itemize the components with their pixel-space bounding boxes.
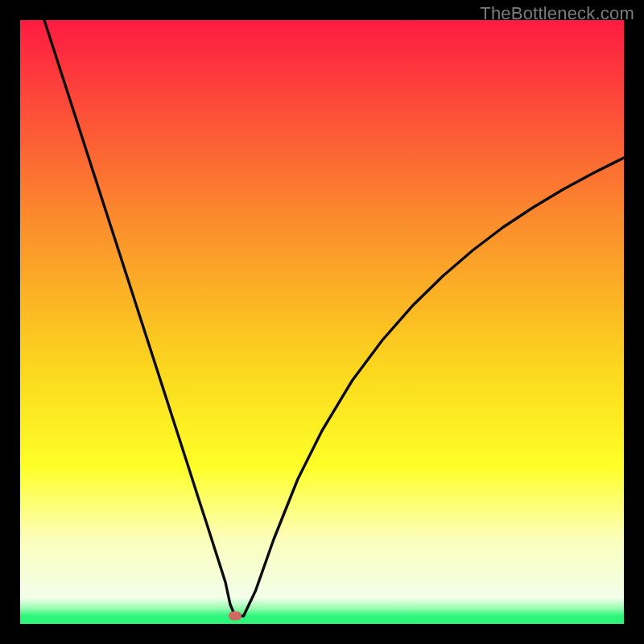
chart-frame <box>20 20 624 624</box>
watermark-text: TheBottleneck.com <box>480 3 634 24</box>
bottleneck-curve <box>20 20 624 624</box>
optimal-point-marker <box>229 612 242 621</box>
